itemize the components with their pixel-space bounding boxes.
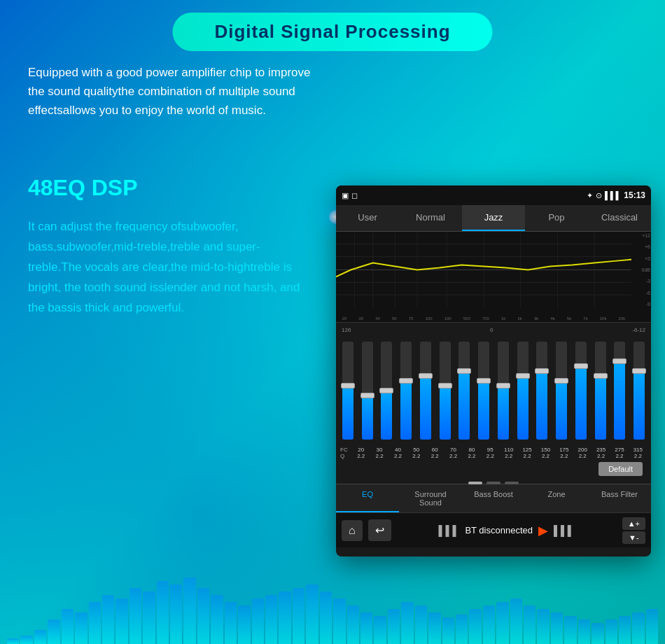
y-axis-labels: +12 +6 +3 0dB -3 -6 -9 [631, 232, 651, 308]
tab-normal[interactable]: Normal [399, 205, 462, 231]
slider-fill-15 [634, 371, 645, 440]
freq-4k: 4k [550, 316, 554, 321]
y-label-n6: -6 [632, 290, 650, 295]
slider-col-10 [533, 342, 552, 440]
fc-value-7: 95 [482, 447, 499, 453]
y-label-6: +6 [632, 244, 650, 249]
tab-jazz[interactable]: Jazz [462, 205, 525, 231]
slider-track-12[interactable] [575, 342, 587, 440]
fc-value-10: 150 [537, 447, 554, 453]
default-button[interactable]: Default [598, 462, 643, 476]
slider-track-0[interactable] [342, 342, 354, 440]
freq-1k: 1k [501, 316, 505, 321]
freq-50: 50 [392, 316, 397, 321]
volume-down-button[interactable]: ▼- [622, 531, 645, 544]
freq-700: 700 [482, 316, 489, 321]
eq-bar-7 [102, 595, 114, 644]
page-title: Digital Signal Processing [214, 21, 450, 43]
eq-bar-3 [48, 620, 59, 644]
eq-bar-31 [428, 612, 440, 644]
x-axis-labels: 20 30 40 50 70 100 100 500 700 1k 2k 3k … [336, 316, 631, 321]
bt-status: BT disconnected [465, 525, 533, 536]
eq-bar-15 [211, 595, 223, 644]
q-value-15: 2.2 [629, 453, 647, 459]
tab-pop[interactable]: Pop [525, 205, 588, 231]
volume-up-button[interactable]: ▲+ [622, 517, 645, 530]
slider-thumb-4 [419, 373, 433, 379]
play-button[interactable]: ▶ [538, 523, 548, 538]
media-bars-left: ▌▌▌ [439, 525, 460, 536]
q-value-0: 2.2 [352, 453, 370, 459]
slider-track-15[interactable] [634, 342, 645, 440]
q-value-14: 2.2 [610, 453, 628, 459]
slider-track-8[interactable] [498, 342, 509, 440]
app-icon: ▣ [342, 191, 349, 200]
slider-track-6[interactable] [458, 342, 470, 440]
bottom-tab-bass-boost[interactable]: Bass Boost [462, 484, 525, 512]
freq-7k: 7k [583, 316, 587, 321]
tab-classical[interactable]: Classical [588, 205, 651, 231]
slider-col-8 [494, 342, 512, 440]
status-icons-right: ✦ ⊙ ▌▌▌ 15:13 [587, 190, 645, 200]
slider-track-3[interactable] [400, 342, 412, 440]
eq-bar-47 [646, 609, 658, 644]
bottom-tab-bass-filter[interactable]: Bass Filter [588, 484, 651, 512]
slider-fill-5 [440, 386, 451, 440]
eq-bar-38 [524, 606, 536, 644]
fc-value-2: 40 [389, 447, 407, 453]
slider-track-10[interactable] [536, 342, 547, 440]
slider-track-1[interactable] [362, 342, 373, 440]
slider-track-4[interactable] [420, 342, 431, 440]
freq-20k: 20k [619, 316, 626, 321]
eq-bar-21 [293, 588, 304, 644]
status-time: 15:13 [624, 190, 645, 200]
back-button[interactable]: ↩ [368, 519, 391, 541]
q-value-3: 2.2 [407, 453, 425, 459]
slider-track-2[interactable] [381, 342, 392, 440]
bottom-tab-eq[interactable]: EQ [336, 484, 399, 512]
freq-3k: 3k [534, 316, 538, 321]
tab-user[interactable]: User [336, 205, 399, 231]
volume-controls: ▲+ ▼- [622, 517, 645, 544]
slider-thumb-14 [612, 358, 626, 364]
slider-track-9[interactable] [517, 342, 528, 440]
slider-fill-11 [556, 381, 567, 440]
eq-bar-37 [510, 598, 522, 644]
fc-value-13: 235 [592, 447, 610, 453]
fc-value-14: 275 [610, 447, 628, 453]
fc-value-8: 110 [500, 447, 517, 453]
slider-track-14[interactable] [614, 342, 625, 440]
eq-bar-24 [333, 598, 345, 644]
eq-bar-9 [130, 588, 141, 644]
eq-bar-6 [89, 602, 101, 644]
slider-thumb-11 [554, 378, 568, 384]
slider-thumb-0 [341, 383, 355, 388]
eq-bar-36 [496, 602, 508, 644]
eq-bar-16 [225, 602, 237, 644]
q-label: Q [340, 453, 351, 459]
fc-value-6: 80 [463, 447, 480, 453]
slider-thumb-12 [574, 363, 588, 369]
slider-col-11 [552, 342, 570, 440]
feature-text: It can adjust the frequency ofsubwoofer,… [28, 217, 308, 318]
eq-bar-23 [320, 592, 332, 644]
bottom-tab-zone[interactable]: Zone [525, 484, 588, 512]
slider-track-13[interactable] [595, 342, 606, 440]
fc-label: FC [340, 447, 351, 453]
slider-track-5[interactable] [440, 342, 451, 440]
bottom-tab-surround-sound[interactable]: Surround Sound [399, 484, 462, 512]
y-label-3: +3 [632, 256, 650, 261]
slider-fill-12 [575, 366, 587, 440]
slider-fill-1 [362, 396, 373, 440]
q-value-5: 2.2 [444, 453, 462, 459]
eq-bar-20 [279, 592, 290, 644]
y-label-12: +12 [632, 233, 650, 238]
eq-tab-bar: UserNormalJazzPopClassical [336, 205, 651, 232]
device-mockup: ▣ ◻ ✦ ⊙ ▌▌▌ 15:13 UserNormalJazzPopClass… [336, 186, 651, 556]
slider-track-11[interactable] [556, 342, 567, 440]
slider-thumb-13 [594, 373, 608, 379]
slider-track-7[interactable] [478, 342, 489, 440]
slider-col-9 [514, 342, 532, 440]
home-button[interactable]: ⌂ [342, 520, 363, 541]
freq-100: 100 [426, 316, 433, 321]
